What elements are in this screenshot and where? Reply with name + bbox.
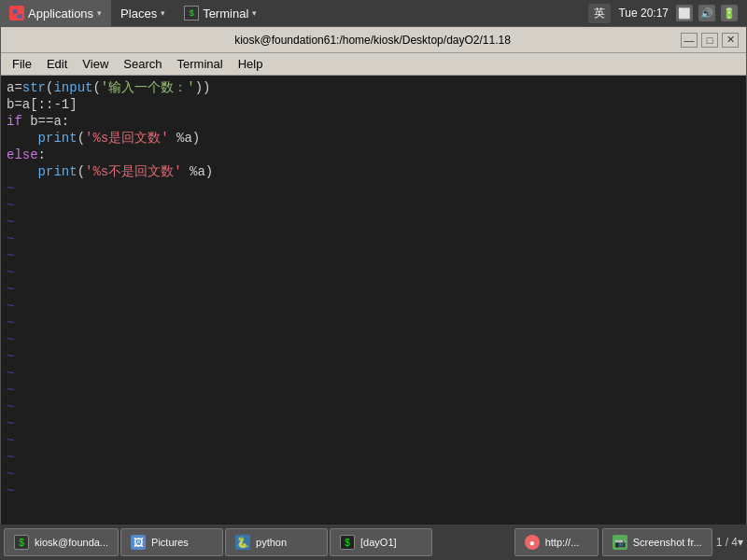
taskbar-python[interactable]: 🐍 python [225, 528, 328, 556]
system-clock: Tue 20:17 [618, 7, 669, 20]
taskbar-screenshot-icon: 📷 [613, 535, 627, 550]
tilde-25: ~ [1, 483, 746, 499]
taskbar-terminal-icon: $ [14, 535, 29, 550]
places-label: Places [120, 7, 157, 21]
menu-help[interactable]: Help [231, 53, 271, 75]
tilde-7: ~ [1, 180, 746, 197]
title-bar: kiosk@foundation61:/home/kiosk/Desktop/d… [1, 27, 746, 53]
terminal-icon: $ [184, 6, 199, 21]
tilde-16: ~ [1, 331, 746, 348]
window-controls: — □ ✕ [681, 33, 739, 48]
tilde-20: ~ [1, 399, 746, 415]
taskbar-browser-label: http://... [545, 537, 580, 548]
code-line-3: if b==a: [1, 113, 746, 130]
code-line-2: b=a[::-1] [1, 96, 746, 113]
volume-icon[interactable]: 🔊 [698, 5, 715, 21]
code-line-1: a=str(input('输入一个数：')) [1, 79, 746, 96]
tilde-21: ~ [1, 415, 746, 432]
terminal-chevron-icon: ▾ [252, 8, 257, 18]
tilde-13: ~ [1, 281, 746, 298]
window-title: kiosk@foundation61:/home/kiosk/Desktop/d… [64, 34, 681, 47]
close-button[interactable]: ✕ [722, 33, 739, 48]
terminal-label: Terminal [203, 7, 248, 21]
taskbar-pictures-label: Pictures [151, 537, 189, 548]
tilde-11: ~ [1, 247, 746, 264]
taskbar-page-info[interactable]: 1 / 4▾ [716, 536, 743, 549]
menu-view[interactable]: View [75, 53, 116, 75]
tilde-18: ~ [1, 365, 746, 382]
applications-label: Applications [28, 7, 93, 21]
terminal-window: kiosk@foundation61:/home/kiosk/Desktop/d… [0, 26, 747, 559]
screen-icon[interactable]: ⬜ [676, 5, 693, 21]
taskbar-day01-icon: $ [340, 535, 355, 550]
tilde-9: ~ [1, 214, 746, 231]
tilde-14: ~ [1, 298, 746, 315]
code-line-5: else: [1, 147, 746, 163]
taskbar-browser[interactable]: ● http://... [514, 528, 599, 556]
menu-file[interactable]: File [5, 53, 39, 75]
taskbar: $ kiosk@founda... 🖼 Pictures 🐍 python $ … [0, 525, 747, 560]
tilde-8: ~ [1, 197, 746, 214]
taskbar-day01[interactable]: $ [dayO1] [330, 528, 432, 556]
menu-search[interactable]: Search [116, 53, 169, 75]
applications-menu[interactable]: 🐾 Applications ▾ [0, 0, 111, 26]
tilde-10: ~ [1, 231, 746, 247]
menu-bar: FileEditViewSearchTerminalHelp [1, 53, 746, 76]
code-line-4: print('%s是回文数' %a) [1, 130, 746, 147]
taskbar-terminal[interactable]: $ kiosk@founda... [4, 528, 119, 556]
tilde-24: ~ [1, 466, 746, 483]
tilde-12: ~ [1, 264, 746, 281]
taskbar-terminal-label: kiosk@founda... [35, 537, 108, 548]
app-icon: 🐾 [9, 6, 24, 21]
taskbar-pictures[interactable]: 🖼 Pictures [120, 528, 223, 556]
chevron-down-icon: ▾ [97, 8, 102, 18]
places-menu[interactable]: Places ▾ [111, 0, 175, 26]
taskbar-screenshot[interactable]: 📷 Screenshot fr... [602, 528, 712, 556]
taskbar-browser-icon: ● [525, 535, 540, 550]
tilde-19: ~ [1, 382, 746, 399]
maximize-button[interactable]: □ [701, 33, 718, 48]
taskbar-pictures-icon: 🖼 [131, 535, 146, 550]
system-bar: 🐾 Applications ▾ Places ▾ $ Terminal ▾ 英… [0, 0, 747, 26]
tilde-15: ~ [1, 315, 746, 331]
minimize-button[interactable]: — [681, 33, 698, 48]
tilde-17: ~ [1, 348, 746, 365]
language-selector[interactable]: 英 [588, 4, 611, 23]
battery-icon[interactable]: 🔋 [721, 5, 738, 21]
taskbar-python-label: python [256, 537, 287, 548]
vim-editor[interactable]: a=str(input('输入一个数：')) b=a[::-1] if b==a… [1, 76, 746, 539]
menu-terminal[interactable]: Terminal [170, 53, 231, 75]
menu-edit[interactable]: Edit [39, 53, 75, 75]
taskbar-day01-label: [dayO1] [360, 537, 397, 548]
taskbar-python-icon: 🐍 [235, 535, 250, 550]
tilde-22: ~ [1, 432, 746, 449]
terminal-menu[interactable]: $ Terminal ▾ [175, 0, 266, 26]
tilde-23: ~ [1, 449, 746, 466]
code-line-6: print('%s不是回文数' %a) [1, 163, 746, 180]
places-chevron-icon: ▾ [161, 8, 165, 18]
taskbar-screenshot-label: Screenshot fr... [633, 537, 702, 548]
